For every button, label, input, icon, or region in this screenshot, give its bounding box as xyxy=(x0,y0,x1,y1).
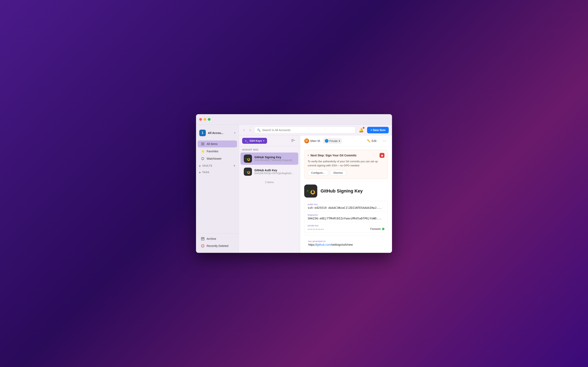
notification-badge xyxy=(363,127,365,129)
chevron-right-icon: ▶ xyxy=(199,165,201,167)
edit-label: Edit xyxy=(372,139,376,142)
forward-button[interactable]: › xyxy=(248,127,252,133)
github-link[interactable]: github.com xyxy=(317,243,331,246)
notification-button[interactable]: 🔔 xyxy=(358,127,365,133)
dismiss-button[interactable]: Dismiss xyxy=(330,170,346,176)
vaults-section[interactable]: ▶ VAULTS + xyxy=(196,162,239,169)
key-generated-label: key generated on xyxy=(308,240,384,242)
vault-name: Private xyxy=(329,140,338,142)
tags-section[interactable]: ▶ TAGS xyxy=(196,169,239,175)
list-item-github-auth[interactable]: >_ GitHub Auth Key SHA256:NVOjr+O5Tt2pUl… xyxy=(241,166,298,178)
recently-deleted-label: Recently Deleted xyxy=(207,244,228,248)
edit-button[interactable]: ✏️ Edit xyxy=(365,138,379,143)
edit-icon: ✏️ xyxy=(367,139,371,142)
svg-rect-22 xyxy=(248,172,249,173)
svg-rect-6 xyxy=(201,237,204,238)
list-icon xyxy=(201,142,205,146)
github-signing-text: GitHub Signing Key SHA256:e6Ej7TMnRt0IZx… xyxy=(254,156,295,162)
sidebar: 1 All Accou... ▾ All Items ⭐ xyxy=(196,125,239,253)
sidebar-item-all-items[interactable]: All Items xyxy=(198,141,237,147)
fingerprint-label: fingerprint xyxy=(308,214,384,216)
search-input[interactable] xyxy=(262,128,353,132)
main-layout: 1 All Accou... ▾ All Items ⭐ xyxy=(196,125,392,253)
fingerprint-value[interactable]: SHA256:e6Ej7TMnRt0IZxYwavzMhdtwDfP6jYoWD… xyxy=(308,217,384,220)
chevron-right-icon-2: ▶ xyxy=(199,171,201,174)
private-key-label: private key xyxy=(308,224,384,227)
filter-button[interactable]: >_ SSH Keys ▾ xyxy=(242,138,267,144)
dismiss-label: Dismiss xyxy=(333,171,343,174)
svg-point-28 xyxy=(312,191,314,192)
collapse-icon[interactable]: ▾ xyxy=(308,154,309,157)
chevron-down-icon-filter: ▾ xyxy=(263,140,264,142)
svg-rect-3 xyxy=(202,158,204,160)
quality-badge: Fantastic xyxy=(370,227,384,230)
key-type-label: key type xyxy=(308,235,384,235)
toolbar: ‹ › 🔍 🔔 + New Item xyxy=(239,125,392,135)
user-name: Marc M. xyxy=(310,139,321,142)
warning-icon: ◆ xyxy=(380,153,384,158)
configure-button[interactable]: Configure... xyxy=(308,170,328,176)
user-info: M Marc M. xyxy=(304,138,321,143)
sidebar-item-favorites[interactable]: ⭐ Favorites xyxy=(198,148,237,155)
maximize-button[interactable] xyxy=(208,118,210,121)
sidebar-item-recently-deleted[interactable]: Recently Deleted xyxy=(198,242,237,249)
archive-icon xyxy=(201,237,205,241)
vault-selector[interactable]: 🌐 Private ▾ xyxy=(323,138,342,143)
watchtower-icon xyxy=(201,157,205,160)
key-generated-prefix: https:// xyxy=(308,243,317,246)
field-private-key: private key •••••••••• Fantastic xyxy=(304,222,388,233)
field-public-key: public key ssh-ed25519 AAAAC3NzaC1lZDI1N… xyxy=(304,201,388,212)
private-key-value[interactable]: •••••••••• xyxy=(308,228,324,230)
key-generated-value: https://github.com/settings/ssh/new xyxy=(308,243,384,246)
sidebar-item-watchtower[interactable]: Watchtower xyxy=(198,155,237,162)
list-item-github-signing[interactable]: >_ GitHub Signing Key SHA256:e6Ej7TMnRt0… xyxy=(241,152,298,165)
middle-panel: >_ SSH Keys ▾ AUGUST 2022 xyxy=(239,135,392,253)
svg-point-18 xyxy=(248,158,249,159)
quality-dot-icon xyxy=(382,228,384,230)
fantastic-label: Fantastic xyxy=(370,227,381,230)
private-key-row: •••••••••• Fantastic xyxy=(308,227,384,230)
sidebar-bottom: Archive Recently Deleted xyxy=(196,233,239,250)
field-key-type: key type Ed25519 xyxy=(304,233,388,235)
chevron-down-vault: ▾ xyxy=(339,140,340,142)
minimize-button[interactable] xyxy=(204,118,206,121)
vault-icon: 🌐 xyxy=(325,139,329,143)
item-detail-header: >_ GitHub Signing Key xyxy=(300,180,392,201)
account-selector[interactable]: 1 All Accou... ▾ xyxy=(196,128,239,138)
new-item-label: + New Item xyxy=(370,128,385,132)
sort-button[interactable] xyxy=(290,138,297,143)
more-button[interactable]: ⋯ xyxy=(381,138,388,144)
item-title: GitHub Signing Key xyxy=(320,188,363,194)
github-signing-subtitle: SHA256:e6Ej7TMnRt0IZxYwavzMhd... xyxy=(254,159,295,162)
svg-point-23 xyxy=(248,171,249,172)
github-auth-text: GitHub Auth Key SHA256:NVOjr+O5Tt2pUltug… xyxy=(254,169,295,175)
account-icon-label: 1 xyxy=(202,131,204,135)
back-button[interactable]: ‹ xyxy=(242,127,246,133)
favorites-label: Favorites xyxy=(207,150,218,153)
svg-rect-17 xyxy=(248,159,249,160)
chevron-down-icon: ▾ xyxy=(234,132,235,134)
github-signing-title: GitHub Signing Key xyxy=(254,156,295,159)
item-icon-large: >_ xyxy=(304,184,317,198)
next-step-title: Next Step: Sign Your Git Commits xyxy=(311,154,378,157)
next-step-banner: ▾ Next Step: Sign Your Git Commits ◆ To … xyxy=(304,150,388,179)
public-key-label: public key xyxy=(308,203,384,206)
close-button[interactable] xyxy=(199,118,202,121)
github-signing-icon: >_ xyxy=(244,155,252,163)
list-panel: >_ SSH Keys ▾ AUGUST 2022 xyxy=(239,135,300,253)
detail-toolbar: M Marc M. 🌐 Private ▾ ✏️ Edit xyxy=(300,135,392,147)
filter-icon: >_ xyxy=(245,139,248,142)
svg-rect-2 xyxy=(201,145,204,145)
titlebar xyxy=(196,114,392,125)
next-step-body: To verify the authenticity of your Git c… xyxy=(308,159,384,167)
next-step-actions: Configure... Dismiss xyxy=(308,170,384,176)
sidebar-item-archive[interactable]: Archive xyxy=(198,235,237,242)
add-vault-button[interactable]: + xyxy=(233,164,235,167)
app-window: 1 All Accou... ▾ All Items ⭐ xyxy=(196,114,392,253)
public-key-value[interactable]: ssh-ed25519 AAAAC3NzaC1lZDI1NTE5AAAAIHwJ… xyxy=(308,206,384,209)
account-icon: 1 xyxy=(199,130,206,136)
items-count: 2 Items xyxy=(239,178,300,186)
next-step-header: ▾ Next Step: Sign Your Git Commits ◆ xyxy=(308,153,384,158)
github-auth-subtitle: SHA256:NVOjr+O5Tt2pUltuglhaGB6... xyxy=(254,172,295,175)
new-item-button[interactable]: + New Item xyxy=(367,127,389,133)
